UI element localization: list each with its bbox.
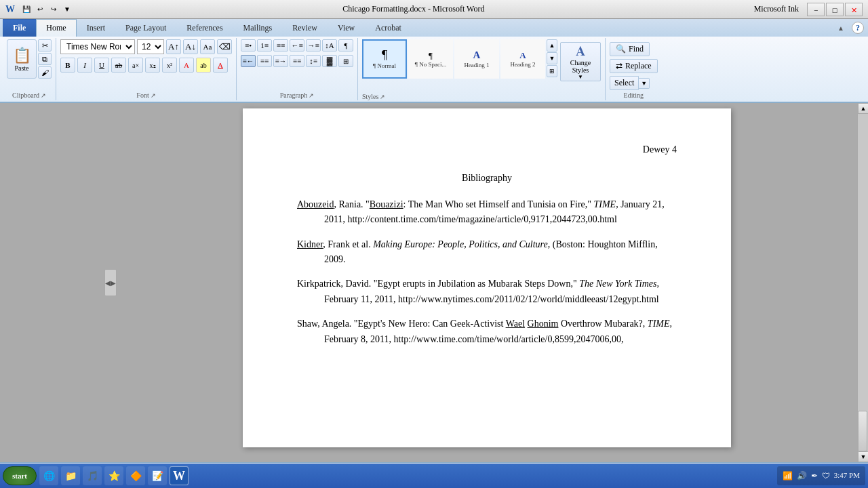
align-left-btn[interactable]: ≡← <box>241 55 256 67</box>
shading-btn[interactable]: ▓ <box>322 55 337 67</box>
tray-ink-icon[interactable]: ✒ <box>811 471 818 481</box>
tray-network-icon[interactable]: 📶 <box>783 471 793 481</box>
taskbar-ie-icon[interactable]: 🌐 <box>39 466 58 485</box>
nav-panel-toggle[interactable]: ◀▶ <box>104 269 117 296</box>
increase-indent-btn[interactable]: →≡ <box>306 39 321 52</box>
bullets-btn[interactable]: ≡• <box>241 39 256 52</box>
select-main[interactable]: Select <box>610 76 639 90</box>
justify-btn[interactable]: ≡≡ <box>290 55 304 67</box>
style-nospace[interactable]: ¶ ¶ No Spaci... <box>408 39 453 79</box>
help-btn[interactable]: ? <box>852 22 864 34</box>
change-styles-label: Change Styles <box>570 59 591 74</box>
increase-font-btn[interactable]: A↑ <box>166 39 181 54</box>
bold-btn[interactable]: B <box>60 58 75 73</box>
tray-security-icon[interactable]: 🛡 <box>822 471 830 481</box>
style-heading1[interactable]: A Heading 1 <box>454 39 499 79</box>
tab-review[interactable]: Review <box>282 19 328 37</box>
borders-btn[interactable]: ⊞ <box>338 55 353 67</box>
font-case-btn[interactable]: Aa <box>200 39 215 54</box>
replace-btn[interactable]: ⇄ Replace <box>610 59 658 73</box>
scroll-track-v[interactable] <box>858 114 868 451</box>
font-expand-icon[interactable]: ↗ <box>151 92 156 99</box>
undo-quick-btn[interactable]: ↩ <box>34 3 46 16</box>
customize-quick-btn[interactable]: ▼ <box>61 3 73 16</box>
scroll-down-btn[interactable]: ▼ <box>858 451 868 462</box>
strikethrough2-btn[interactable]: a× <box>128 58 143 73</box>
style-scroll-more[interactable]: ⊞ <box>547 65 557 77</box>
underline-btn[interactable]: U <box>94 58 109 73</box>
taskbar-unknown2-icon[interactable]: 🔶 <box>126 466 145 485</box>
superscript-btn[interactable]: x² <box>162 58 177 73</box>
style-scroll-up[interactable]: ▲ <box>547 39 557 52</box>
paste-button[interactable]: 📋 Paste <box>7 39 37 79</box>
show-marks-btn[interactable]: ¶ <box>338 39 353 52</box>
format-painter-btn[interactable]: 🖌 <box>38 66 52 79</box>
styles-expand-icon[interactable]: ↗ <box>380 94 385 100</box>
strikethrough-btn[interactable]: ab <box>111 58 126 73</box>
numbering-btn[interactable]: 1≡ <box>257 39 272 52</box>
font-size-select[interactable]: 12 <box>137 39 164 54</box>
close-btn[interactable]: ✕ <box>845 3 863 16</box>
system-time[interactable]: 3:47 PM <box>834 470 860 481</box>
select-arrow[interactable]: ▼ <box>639 78 650 89</box>
style-h1-label: Heading 1 <box>464 62 489 68</box>
style-heading2[interactable]: A Heading 2 <box>500 39 545 79</box>
minimize-btn[interactable]: − <box>807 3 825 16</box>
tab-mailings[interactable]: Mailings <box>233 19 283 37</box>
line-spacing-btn[interactable]: ↕≡ <box>306 55 321 67</box>
text-effect-btn[interactable]: A <box>179 58 194 73</box>
replace-icon: ⇄ <box>616 61 623 71</box>
tab-references[interactable]: References <box>176 19 233 37</box>
document[interactable]: Dewey 4 Bibliography Abouzeid, Rania. "B… <box>243 108 731 447</box>
left-panel: ◀▶ <box>0 103 117 462</box>
taskbar-wmp-icon[interactable]: 🎵 <box>83 466 102 485</box>
tab-page-layout[interactable]: Page Layout <box>115 19 176 37</box>
decrease-font-btn[interactable]: A↓ <box>183 39 198 54</box>
decrease-indent-btn[interactable]: ←≡ <box>290 39 304 52</box>
paste-label: Paste <box>14 64 28 72</box>
redo-quick-btn[interactable]: ↪ <box>47 3 60 16</box>
bib-author-last-1: Abouzeid <box>297 199 334 209</box>
select-btn[interactable]: Select ▼ <box>610 76 650 90</box>
clipboard-expand-icon[interactable]: ↗ <box>41 92 46 99</box>
clear-format-btn[interactable]: ⌫ <box>217 39 232 54</box>
save-quick-btn[interactable]: 💾 <box>20 3 33 16</box>
cut-btn[interactable]: ✂ <box>38 39 52 52</box>
title-bar-left: W 💾 ↩ ↪ ▼ <box>5 3 73 16</box>
sort-btn[interactable]: ↕A <box>322 39 337 52</box>
tab-insert[interactable]: Insert <box>77 19 115 37</box>
style-normal[interactable]: ¶ ¶ Normal <box>362 39 407 79</box>
scrollbar-vertical[interactable]: ▲ ▼ <box>857 103 868 462</box>
align-center-btn[interactable]: ≡≡ <box>257 55 272 67</box>
doc-area: ◀▶ Dewey 4 Bibliography Abouzeid, Rania.… <box>0 103 868 462</box>
taskbar-unknown3-icon[interactable]: 📝 <box>148 466 167 485</box>
taskbar-word-icon[interactable]: W <box>170 466 189 485</box>
copy-btn[interactable]: ⧉ <box>38 53 52 65</box>
find-btn[interactable]: 🔍 Find <box>610 42 650 56</box>
align-right-btn[interactable]: ≡→ <box>273 55 288 67</box>
taskbar-unknown1-icon[interactable]: ⭐ <box>104 466 123 485</box>
scroll-thumb-v[interactable] <box>858 411 867 451</box>
highlight-btn[interactable]: ab <box>196 58 211 73</box>
ribbon-collapse-btn[interactable]: ▲ <box>835 22 846 33</box>
change-styles-icon: 𝐀 <box>576 43 585 59</box>
italic-btn[interactable]: I <box>77 58 92 73</box>
font-name-select[interactable]: Times New Rom <box>60 39 135 54</box>
tab-home[interactable]: Home <box>36 19 76 37</box>
maximize-btn[interactable]: □ <box>826 3 844 16</box>
font-color-btn[interactable]: A <box>213 58 228 73</box>
start-button[interactable]: start <box>3 466 37 485</box>
multilevel-btn[interactable]: ≡≡ <box>273 39 288 52</box>
scroll-up-btn[interactable]: ▲ <box>858 103 868 114</box>
bibliography-title-text: Bibliography <box>462 173 512 183</box>
style-scroll-down[interactable]: ▼ <box>547 52 557 64</box>
tab-view[interactable]: View <box>328 19 365 37</box>
tab-file[interactable]: File <box>3 19 36 37</box>
system-tray: 📶 🔊 ✒ 🛡 3:47 PM <box>777 466 865 485</box>
paragraph-expand-icon[interactable]: ↗ <box>309 92 314 99</box>
tray-volume-icon[interactable]: 🔊 <box>797 471 807 481</box>
subscript-btn[interactable]: x₂ <box>145 58 160 73</box>
taskbar-explorer-icon[interactable]: 📁 <box>61 466 80 485</box>
change-styles-btn[interactable]: 𝐀 Change Styles ▼ <box>560 42 601 81</box>
tab-acrobat[interactable]: Acrobat <box>365 19 412 37</box>
